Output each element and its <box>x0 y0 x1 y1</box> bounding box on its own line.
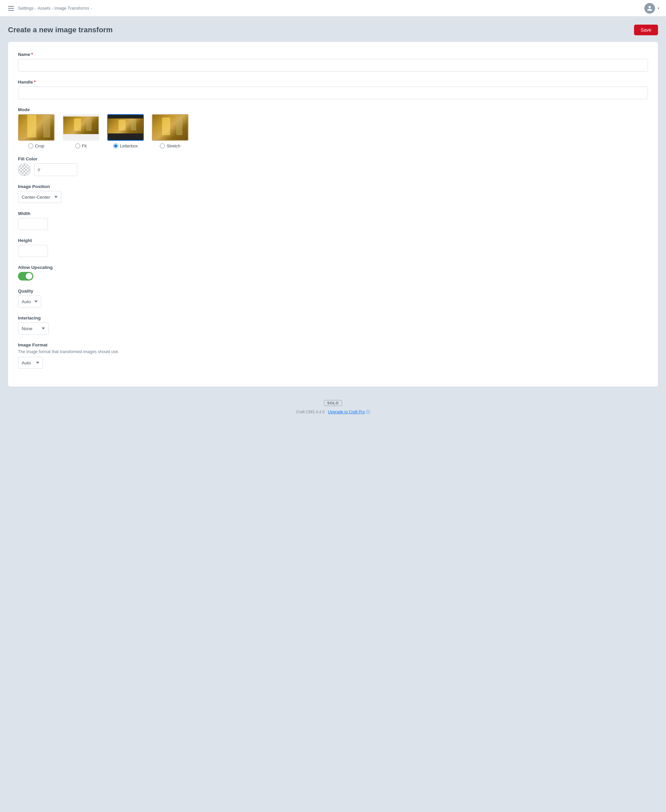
mode-radio-stretch-row: Stretch <box>160 143 180 148</box>
interlacing-field: Interlacing NoneLinePlanePartition <box>18 316 648 334</box>
info-icon: ⓘ <box>366 410 370 414</box>
breadcrumb-image-transforms[interactable]: Image Transforms <box>54 6 89 11</box>
mode-option-fit[interactable]: Fit <box>63 114 99 148</box>
solo-badge: SOLO <box>324 400 342 406</box>
stretch-preview-img <box>152 115 188 140</box>
mode-letterbox-label[interactable]: Letterbox <box>120 143 138 148</box>
interlacing-label: Interlacing <box>18 316 648 321</box>
hamburger-button[interactable] <box>7 5 15 12</box>
fill-color-label: Fill Color <box>18 156 648 161</box>
fill-color-row <box>18 163 648 176</box>
breadcrumb-settings[interactable]: Settings <box>18 6 34 11</box>
nav-left: Settings › Assets › Image Transforms › <box>7 5 92 12</box>
toggle-slider <box>18 272 33 281</box>
fill-color-field: Fill Color <box>18 156 648 176</box>
breadcrumb-sep-1: › <box>35 6 36 10</box>
handle-field: Handle * <box>18 79 648 99</box>
toggle-wrap <box>18 272 648 281</box>
quality-label: Quality <box>18 289 648 294</box>
save-button[interactable]: Save <box>634 25 658 35</box>
mode-radio-stretch[interactable] <box>160 143 165 148</box>
handle-label: Handle * <box>18 79 648 84</box>
footer: SOLO Craft CMS 4.4.0 Upgrade to Craft Pr… <box>0 387 666 425</box>
width-input[interactable] <box>18 218 48 230</box>
quality-select[interactable]: Auto102030405060708090100 <box>18 296 41 307</box>
allow-upscaling-field: Allow Upscaling <box>18 265 648 281</box>
breadcrumb: Settings › Assets › Image Transforms › <box>18 6 92 11</box>
image-position-label: Image Position <box>18 184 648 189</box>
mode-option-stretch[interactable]: Stretch <box>152 114 188 148</box>
user-icon <box>647 5 653 12</box>
image-format-description: The image format that transformed images… <box>18 349 648 354</box>
mode-image-letterbox <box>107 114 144 141</box>
image-format-select[interactable]: Autojpgpnggifwebpavif <box>18 357 43 369</box>
breadcrumb-sep-2: › <box>52 6 53 10</box>
mode-radio-fit-row: Fit <box>75 143 87 148</box>
image-position-field: Image Position Top-LeftTop-CenterTop-Rig… <box>18 184 648 203</box>
footer-version: Craft CMS 4.4.0 Upgrade to Craft Pro ⓘ <box>0 409 666 415</box>
user-menu-chevron[interactable]: ▾ <box>658 6 659 10</box>
crop-preview-img <box>18 114 54 141</box>
fit-preview-img <box>63 117 99 134</box>
mode-radio-fit[interactable] <box>75 143 80 148</box>
width-label: Width <box>18 211 648 216</box>
nav-right: ▾ <box>645 3 659 14</box>
mode-label: Mode <box>18 107 648 112</box>
mode-stretch-label[interactable]: Stretch <box>166 143 180 148</box>
allow-upscaling-label: Allow Upscaling <box>18 265 648 270</box>
width-field: Width <box>18 211 648 230</box>
allow-upscaling-toggle[interactable] <box>18 272 33 281</box>
breadcrumb-assets[interactable]: Assets <box>38 6 51 11</box>
mode-radio-crop-row: Crop <box>28 143 44 148</box>
mode-option-letterbox[interactable]: Letterbox <box>107 114 144 148</box>
handle-input[interactable] <box>18 87 648 99</box>
name-label: Name * <box>18 52 648 57</box>
mode-image-stretch <box>152 114 188 141</box>
upgrade-link[interactable]: Upgrade to Craft Pro <box>328 410 365 414</box>
mode-field: Mode Crop Fit <box>18 107 648 148</box>
letterbox-preview-img <box>108 118 143 134</box>
user-avatar[interactable] <box>645 3 655 14</box>
mode-option-crop[interactable]: Crop <box>18 114 54 148</box>
mode-fit-label[interactable]: Fit <box>82 143 87 148</box>
mode-radio-letterbox[interactable] <box>113 143 118 148</box>
name-field: Name * <box>18 52 648 72</box>
quality-field: Quality Auto102030405060708090100 <box>18 289 648 307</box>
height-label: Height <box>18 238 648 243</box>
color-hex-input[interactable] <box>34 163 77 176</box>
top-nav: Settings › Assets › Image Transforms › ▾ <box>0 0 666 16</box>
form-card: Name * Handle * Mode Crop <box>8 42 658 387</box>
page-title: Create a new image transform <box>8 26 112 34</box>
handle-required: * <box>34 79 36 84</box>
interlacing-select[interactable]: NoneLinePlanePartition <box>18 322 49 334</box>
height-input[interactable] <box>18 245 48 257</box>
mode-image-crop <box>18 114 54 141</box>
mode-radio-crop[interactable] <box>28 143 33 148</box>
page-header: Create a new image transform Save <box>0 16 666 42</box>
image-format-label: Image Format <box>18 342 648 347</box>
mode-radio-letterbox-row: Letterbox <box>113 143 138 148</box>
breadcrumb-sep-3: › <box>91 6 92 10</box>
name-required: * <box>31 52 33 57</box>
color-swatch[interactable] <box>18 163 31 176</box>
mode-crop-label[interactable]: Crop <box>35 143 44 148</box>
image-position-select[interactable]: Top-LeftTop-CenterTop-RightCenter-LeftCe… <box>18 191 61 203</box>
height-field: Height <box>18 238 648 257</box>
image-format-field: Image Format The image format that trans… <box>18 342 648 369</box>
name-input[interactable] <box>18 59 648 72</box>
mode-image-fit <box>63 114 99 141</box>
mode-options: Crop Fit Letterbox <box>18 114 648 148</box>
